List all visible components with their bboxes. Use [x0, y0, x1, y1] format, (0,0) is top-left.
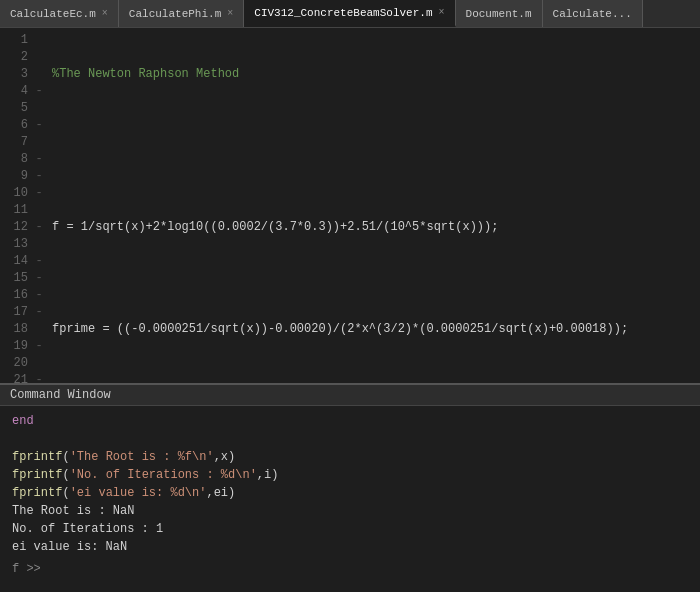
tab-concretebeamsolver[interactable]: CIV312_ConcreteBeamSolver.m × [244, 0, 455, 27]
line-numbers: 1 2 3 4 5 6 7 8 9 10 11 12 13 14 15 16 1… [0, 28, 32, 383]
code-line-1: %The Newton Raphson Method [52, 66, 694, 83]
string: 'No. of Iterations : %d\n' [70, 468, 257, 482]
command-window-content[interactable]: end fprintf('The Root is : %f\n',x) fpri… [0, 406, 700, 584]
cmd-result-root: The Root is : NaN [12, 502, 688, 520]
code: ( [62, 450, 69, 464]
code: ( [62, 486, 69, 500]
tab-calculate-more[interactable]: Calculate... [543, 0, 643, 27]
cmd-fprintf-root: fprintf('The Root is : %f\n',x) [12, 448, 688, 466]
tab-label: CalculateEc.m [10, 8, 96, 20]
keyword-fprintf: fprintf [12, 450, 62, 464]
tab-label: Calculate... [553, 8, 632, 20]
command-window: Command Window end fprintf('The Root is … [0, 383, 700, 584]
tab-bar: CalculateEc.m × CalculatePhi.m × CIV312_… [0, 0, 700, 28]
code: ,x) [214, 450, 236, 464]
cmd-blank [12, 430, 688, 448]
code: ,ei) [206, 486, 235, 500]
dash-column: - - - - - - - - - - - - - - [32, 28, 46, 383]
tab-label: Document.m [466, 8, 532, 20]
keyword-fprintf: fprintf [12, 486, 62, 500]
code-line-6: fprime = ((-0.0000251/sqrt(x))-0.00020)/… [52, 321, 694, 338]
cmd-prompt[interactable]: f >> [12, 560, 688, 578]
cmd-fprintf-ei: fprintf('ei value is: %d\n',ei) [12, 484, 688, 502]
cmd-result-iter: No. of Iterations : 1 [12, 520, 688, 538]
command-window-header: Command Window [0, 385, 700, 406]
cmd-line-end: end [12, 412, 688, 430]
tab-label: CIV312_ConcreteBeamSolver.m [254, 7, 432, 19]
command-window-title: Command Window [10, 388, 111, 402]
code-content[interactable]: %The Newton Raphson Method f = 1/sqrt(x)… [46, 28, 700, 383]
code: ,i) [257, 468, 279, 482]
code-line-5 [52, 270, 694, 287]
keyword-fprintf: fprintf [12, 468, 62, 482]
tab-close-icon[interactable]: × [102, 8, 108, 19]
tab-calculateec[interactable]: CalculateEc.m × [0, 0, 119, 27]
tab-close-icon[interactable]: × [227, 8, 233, 19]
code: ( [62, 468, 69, 482]
tab-close-icon[interactable]: × [439, 7, 445, 18]
cmd-fprintf-iter: fprintf('No. of Iterations : %d\n',i) [12, 466, 688, 484]
editor-panel: 1 2 3 4 5 6 7 8 9 10 11 12 13 14 15 16 1… [0, 28, 700, 383]
tab-calculatephi[interactable]: CalculatePhi.m × [119, 0, 244, 27]
tab-label: CalculatePhi.m [129, 8, 221, 20]
string: 'ei value is: %d\n' [70, 486, 207, 500]
code: f = 1/sqrt(x)+2*log10((0.0002/(3.7*0.3))… [52, 219, 498, 236]
cmd-result-ei: ei value is: NaN [12, 538, 688, 556]
code-line-7 [52, 372, 694, 383]
string: 'The Root is : %f\n' [70, 450, 214, 464]
code-line-2 [52, 117, 694, 134]
code-line-3 [52, 168, 694, 185]
code-line-4: f = 1/sqrt(x)+2*log10((0.0002/(3.7*0.3))… [52, 219, 694, 236]
code: fprime = ((-0.0000251/sqrt(x))-0.00020)/… [52, 321, 628, 338]
comment: %The Newton Raphson Method [52, 66, 239, 83]
tab-document[interactable]: Document.m [456, 0, 543, 27]
keyword-end: end [12, 414, 34, 428]
